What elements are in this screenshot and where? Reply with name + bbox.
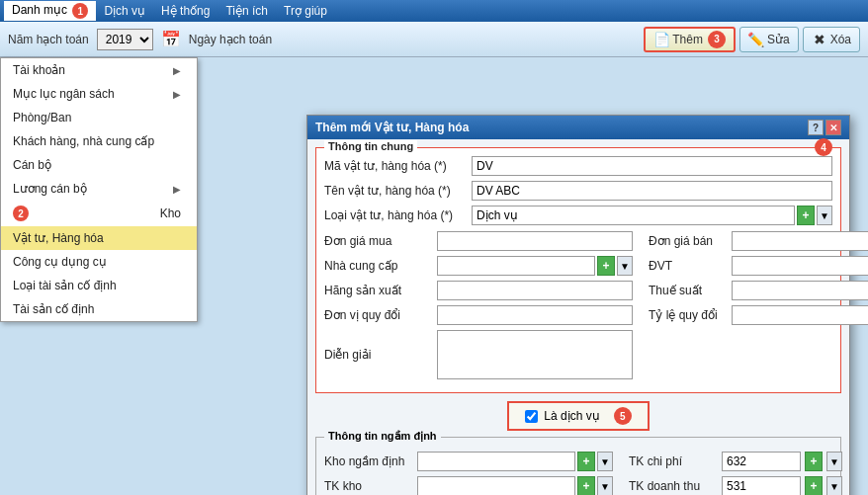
help-button[interactable]: ? [808, 120, 824, 135]
don-gia-mua-input[interactable] [437, 231, 633, 251]
thue-suat-input[interactable] [732, 281, 868, 300]
dialog-them-moi: Thêm mới Vật tư, Hàng hóa ? ✕ Thông tin … [306, 115, 850, 495]
section-badge-4: 4 [815, 138, 832, 156]
dien-giai-label: Diễn giải [324, 348, 433, 362]
dialog-title-buttons: ? ✕ [808, 120, 841, 135]
section-general-label: Thông tin chung [324, 140, 417, 152]
hang-sx-input[interactable] [437, 281, 633, 300]
ten-vt-label: Tên vật tư, hàng hóa (*) [324, 184, 468, 198]
tk-chi-phi-input[interactable] [722, 452, 801, 471]
tk-cp-dropdown-btn[interactable]: ▼ [826, 452, 842, 471]
la-dich-vu-area: Là dịch vụ 5 [315, 401, 841, 431]
menu-can-bo[interactable]: Cán bộ [1, 153, 197, 177]
menu-tai-san-cd[interactable]: Tài sản cố định [1, 297, 197, 321]
nha-cc-input[interactable] [437, 256, 595, 276]
hang-sx-label: Hãng sản xuất [324, 284, 433, 297]
default-info-section: Thông tin ngầm định Kho ngầm định + ▼ [315, 437, 841, 495]
main-content: Tài khoản ▶ Mục lục ngân sách ▶ Phòng/Ba… [0, 57, 868, 495]
menu-bar: Danh mục 1 Dịch vụ Hệ thống Tiện ích Trợ… [0, 0, 868, 22]
menu-kho[interactable]: 2 Kho [1, 201, 197, 226]
hang-sx-row: Hãng sản xuất [324, 281, 633, 300]
menu-item-tienich[interactable]: Tiện ích [217, 2, 276, 20]
la-dich-vu-label: Là dịch vụ [544, 409, 599, 423]
close-button[interactable]: ✕ [825, 120, 841, 135]
menu-loai-tscd[interactable]: Loại tài sản cố định [1, 274, 197, 297]
tk-cp-add-btn[interactable]: + [805, 452, 823, 471]
tk-kho-dropdown-btn[interactable]: ▼ [597, 476, 613, 495]
ty-le-qd-input[interactable] [732, 305, 868, 325]
nha-cc-dropdown-btn[interactable]: ▼ [617, 256, 633, 276]
nha-cc-add-btn[interactable]: + [597, 256, 615, 276]
menu-tai-khoan[interactable]: Tài khoản ▶ [1, 58, 197, 82]
tk-kho-add-btn[interactable]: + [577, 476, 595, 495]
tk-kho-input[interactable] [417, 476, 575, 495]
menu-cong-cu[interactable]: Công cụ dụng cụ [1, 250, 197, 274]
la-dich-vu-checkbox[interactable] [525, 410, 538, 423]
ma-vt-input[interactable] [472, 156, 832, 176]
kho-badge: 2 [13, 206, 29, 221]
dvt-input[interactable] [732, 256, 868, 276]
loai-vt-row: Loại vật tư, hàng hóa (*) + ▼ [324, 206, 832, 225]
two-col-section: Đơn giá mua Nhà cung cấp + ▼ [324, 231, 832, 384]
menu-item-danhmuc[interactable]: Danh mục 1 [4, 1, 96, 21]
don-gia-ban-input[interactable] [732, 231, 868, 251]
menu-phong-ban[interactable]: Phòng/Ban [1, 106, 197, 129]
ma-vt-label: Mã vật tư, hàng hóa (*) [324, 159, 468, 173]
tk-doanh-thu-row: TK doanh thu + ▼ [629, 476, 842, 495]
menu-muc-luc[interactable]: Mục lục ngân sách ▶ [1, 82, 197, 106]
menu-item-hethong[interactable]: Hệ thống [153, 2, 217, 20]
menu-badge-1: 1 [72, 3, 88, 19]
kho-nd-input[interactable] [417, 452, 575, 471]
kho-nd-row: Kho ngầm định + ▼ [324, 452, 613, 471]
don-gia-ban-row: Đơn giá bán [649, 231, 868, 251]
year-label: Năm hạch toán [8, 33, 89, 46]
xoa-button[interactable]: ✖ Xóa [803, 27, 860, 52]
thue-suat-label: Thuế suất [649, 284, 728, 297]
menu-luong-can-bo[interactable]: Lương cán bộ ▶ [1, 177, 197, 201]
kho-nd-dropdown-btn[interactable]: ▼ [597, 452, 613, 471]
year-select[interactable]: 2019 [97, 29, 153, 50]
tk-chi-phi-label: TK chi phí [629, 454, 718, 468]
them-button[interactable]: 📄 Thêm 3 [644, 27, 736, 52]
toolbar: Năm hạch toán 2019 📅 Ngày hạch toán 📄 Th… [0, 22, 868, 57]
tk-chi-phi-row: TK chi phí + ▼ [629, 452, 842, 471]
kho-nd-add-btn[interactable]: + [577, 452, 595, 471]
don-vi-qd-input[interactable] [437, 305, 633, 325]
default-two-col: Kho ngầm định + ▼ TK kho [324, 452, 832, 495]
don-vi-qd-row: Đơn vị quy đổi [324, 305, 633, 325]
kho-nd-label: Kho ngầm định [324, 454, 413, 468]
ten-vt-input[interactable] [472, 181, 832, 201]
default-right: TK chi phí + ▼ TK doanh thu + ▼ [629, 452, 842, 495]
menu-khach-hang[interactable]: Khách hàng, nhà cung cấp [1, 129, 197, 153]
tk-dt-dropdown-btn[interactable]: ▼ [826, 476, 842, 495]
them-badge: 3 [708, 31, 726, 48]
tk-dt-add-btn[interactable]: + [805, 476, 823, 495]
tk-doanh-thu-label: TK doanh thu [629, 479, 718, 493]
menu-vat-tu[interactable]: Vật tư, Hàng hóa [1, 226, 197, 250]
nha-cung-cap-label: Nhà cung cấp [324, 259, 433, 273]
loai-vt-input-group: + ▼ [472, 206, 832, 225]
delete-icon: ✖ [812, 32, 827, 47]
date-label: Ngày hạch toán [189, 33, 272, 46]
tk-kho-row: TK kho + ▼ [324, 476, 613, 495]
add-icon: 📄 [653, 32, 669, 47]
left-col: Đơn giá mua Nhà cung cấp + ▼ [324, 231, 633, 384]
arrow-icon-1: ▶ [173, 89, 181, 100]
default-left: Kho ngầm định + ▼ TK kho [324, 452, 613, 495]
loai-vt-label: Loại vật tư, hàng hóa (*) [324, 208, 468, 222]
arrow-icon-0: ▶ [173, 65, 181, 76]
loai-vt-dropdown-btn[interactable]: ▼ [817, 206, 832, 225]
kho-nd-input-group: + ▼ [417, 452, 613, 471]
menu-item-dichvu[interactable]: Dịch vụ [96, 2, 153, 20]
sua-button[interactable]: ✏️ Sửa [739, 27, 799, 52]
right-col: Đơn giá bán ĐVT Thuế suất [649, 231, 868, 384]
tk-doanh-thu-input[interactable] [722, 476, 801, 495]
dien-giai-input[interactable] [437, 330, 633, 379]
dropdown-menu: Tài khoản ▶ Mục lục ngân sách ▶ Phòng/Ba… [0, 57, 198, 322]
loai-vt-input[interactable] [472, 206, 795, 225]
ten-vt-row: Tên vật tư, hàng hóa (*) [324, 181, 832, 201]
loai-vt-add-btn[interactable]: + [797, 206, 815, 225]
app-window: Danh mục 1 Dịch vụ Hệ thống Tiện ích Trợ… [0, 0, 868, 495]
tk-kho-label: TK kho [324, 479, 413, 493]
menu-item-trogiup[interactable]: Trợ giúp [276, 2, 335, 20]
